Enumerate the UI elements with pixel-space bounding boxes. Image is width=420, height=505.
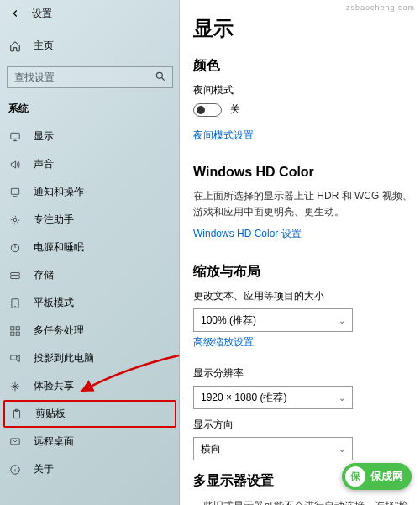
sidebar-item-display[interactable]: 显示 <box>0 123 180 150</box>
focus-icon <box>8 214 22 226</box>
resolution-label: 显示分辨率 <box>193 366 420 381</box>
back-button[interactable] <box>5 3 25 24</box>
sidebar-item-project[interactable]: 投影到此电脑 <box>0 345 180 372</box>
section-hd: Windows HD Color <box>193 165 420 180</box>
sidebar-item-home[interactable]: 主页 <box>0 32 180 60</box>
sidebar-item-label: 多任务处理 <box>34 324 84 338</box>
svg-rect-1 <box>11 133 20 139</box>
search-icon <box>155 71 168 84</box>
svg-rect-12 <box>16 332 19 335</box>
sidebar-item-multitask[interactable]: 多任务处理 <box>0 317 180 345</box>
watermark: zsbaocheng.com <box>346 3 415 12</box>
chevron-down-icon: ⌄ <box>339 393 345 402</box>
power-icon <box>8 242 22 254</box>
scale-value: 100% (推荐) <box>201 313 256 328</box>
svg-point-0 <box>156 72 162 78</box>
sidebar-item-about[interactable]: 关于 <box>0 455 180 483</box>
night-mode-state: 关 <box>230 103 240 117</box>
sidebar-item-label: 关于 <box>34 462 54 476</box>
svg-rect-9 <box>11 326 14 329</box>
svg-rect-13 <box>11 355 17 359</box>
sidebar-item-label: 剪贴板 <box>35 407 66 421</box>
sidebar-item-label: 声音 <box>34 157 54 171</box>
sidebar-item-clipboard[interactable]: 剪贴板 <box>3 400 176 428</box>
sidebar-item-focus[interactable]: 专注助手 <box>0 206 180 234</box>
night-mode-toggle[interactable] <box>193 103 222 117</box>
content-area: 显示 颜色 夜间模式 关 夜间模式设置 Windows HD Color 在上面… <box>180 0 420 505</box>
resolution-select[interactable]: 1920 × 1080 (推荐) ⌄ <box>193 386 353 409</box>
brand-label: 保成网 <box>370 469 403 484</box>
app-title: 设置 <box>32 7 52 21</box>
page-title: 显示 <box>193 15 420 42</box>
svg-rect-10 <box>16 326 19 329</box>
resolution-value: 1920 × 1080 (推荐) <box>201 391 286 405</box>
sidebar-item-label: 存储 <box>34 268 54 282</box>
scale-label: 更改文本、应用等项目的大小 <box>193 289 420 303</box>
svg-rect-5 <box>11 272 20 275</box>
scale-select[interactable]: 100% (推荐) ⌄ <box>193 308 353 332</box>
sidebar-item-remote[interactable]: 远程桌面 <box>0 428 180 455</box>
sidebar-item-notifications[interactable]: 通知和操作 <box>0 178 180 206</box>
sidebar-item-storage[interactable]: 存储 <box>0 261 180 289</box>
sidebar-item-label: 投影到此电脑 <box>34 351 94 366</box>
orientation-value: 横向 <box>201 442 221 456</box>
project-icon <box>8 353 22 365</box>
brand-badge: 保 保成网 <box>342 463 412 490</box>
multitask-icon <box>8 325 22 337</box>
hd-settings-link[interactable]: Windows HD Color 设置 <box>193 227 302 241</box>
orientation-select[interactable]: 横向 ⌄ <box>193 437 353 460</box>
sidebar-item-label: 专注助手 <box>34 213 74 227</box>
svg-rect-11 <box>11 332 14 335</box>
share-icon <box>8 381 22 392</box>
sidebar-item-label: 通知和操作 <box>34 185 84 199</box>
sidebar-item-label: 主页 <box>34 39 54 53</box>
sidebar-item-sound[interactable]: 声音 <box>0 150 180 178</box>
advanced-scale-link[interactable]: 高级缩放设置 <box>193 335 254 350</box>
shield-icon: 保 <box>345 466 365 487</box>
notifications-icon <box>8 187 22 198</box>
svg-point-3 <box>13 218 17 222</box>
svg-point-8 <box>15 306 16 307</box>
tablet-icon <box>8 297 22 309</box>
sidebar-item-power[interactable]: 电源和睡眠 <box>0 234 180 261</box>
clipboard-icon <box>10 408 24 420</box>
section-color: 颜色 <box>193 57 420 75</box>
section-scale: 缩放与布局 <box>193 263 420 281</box>
storage-icon <box>8 270 22 281</box>
titlebar: 设置 <box>0 0 180 27</box>
svg-rect-6 <box>11 276 20 278</box>
night-mode-label: 夜间模式 <box>193 83 420 97</box>
sidebar-group-label: 系统 <box>0 97 180 123</box>
display-icon <box>8 131 22 143</box>
sidebar-item-label: 显示 <box>34 129 54 144</box>
sidebar-item-share[interactable]: 体验共享 <box>0 372 180 400</box>
sidebar: 设置 主页 系统 显示 声音 通知和操作 <box>0 0 180 505</box>
hd-body: 在上面所选择的显示器上让 HDR 和 WCG 视频、游戏和应用中面更明亮、更生动… <box>193 188 420 220</box>
sidebar-item-label: 体验共享 <box>34 379 74 393</box>
svg-rect-2 <box>11 188 18 194</box>
chevron-down-icon: ⌄ <box>339 445 345 454</box>
remote-icon <box>8 436 22 448</box>
sidebar-item-label: 平板模式 <box>34 296 74 310</box>
sidebar-item-label: 电源和睡眠 <box>34 240 84 255</box>
night-mode-settings-link[interactable]: 夜间模式设置 <box>193 129 254 143</box>
sidebar-item-label: 远程桌面 <box>34 434 74 449</box>
orientation-label: 显示方向 <box>193 418 420 432</box>
home-icon <box>8 40 22 52</box>
multi-body: 一些旧式显示器可能不会进行自动连接。选择"检测"即可尝试接。 <box>193 498 420 505</box>
sidebar-item-tablet[interactable]: 平板模式 <box>0 289 180 317</box>
chevron-down-icon: ⌄ <box>339 316 345 325</box>
sound-icon <box>8 159 22 171</box>
search-wrap <box>7 66 173 88</box>
about-icon <box>8 464 22 476</box>
search-input[interactable] <box>7 66 173 88</box>
